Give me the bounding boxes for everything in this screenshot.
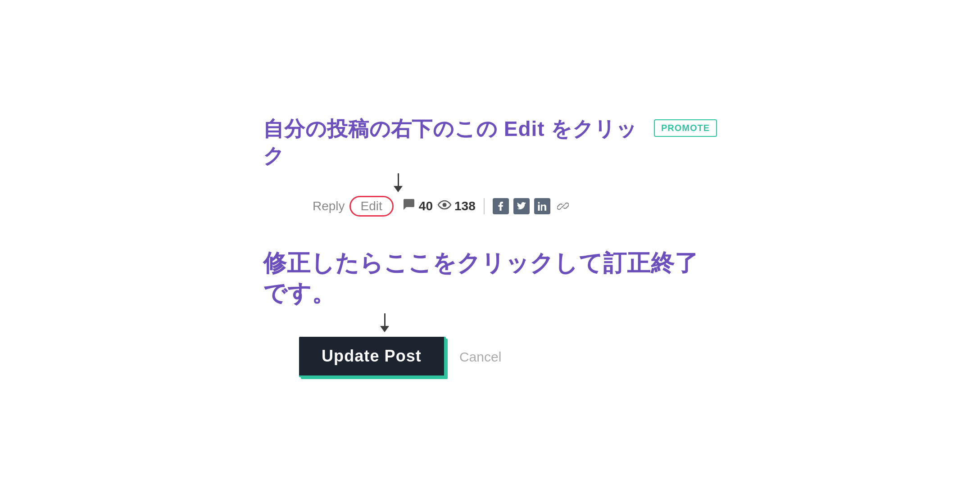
arrow-head — [394, 186, 403, 192]
link-icon[interactable] — [555, 198, 571, 214]
comment-group: 40 — [402, 197, 433, 215]
arrow-head-2 — [380, 326, 389, 332]
edit-button[interactable]: Edit — [349, 196, 394, 217]
comment-icon — [402, 197, 416, 215]
update-post-button[interactable]: Update Post — [299, 337, 446, 377]
arrow-shaft-2 — [384, 313, 386, 326]
comment-count: 40 — [419, 199, 433, 213]
instruction-text-1: 自分の投稿の右下のこの Edit をクリック — [263, 116, 645, 170]
arrow-to-button — [380, 313, 389, 332]
instruction-row: 自分の投稿の右下のこの Edit をクリック PROMOTE — [263, 116, 717, 170]
vertical-divider — [484, 198, 485, 214]
bottom-section: 修正したらここをクリックして訂正終了です。 Update Post Cancel — [263, 248, 717, 377]
view-group: 138 — [437, 199, 476, 213]
facebook-icon[interactable] — [493, 198, 509, 214]
social-icons-group — [493, 198, 571, 214]
linkedin-icon[interactable] — [534, 198, 550, 214]
top-section: 自分の投稿の右下のこの Edit をクリック PROMOTE Reply Edi… — [263, 116, 717, 217]
arrow-shaft — [398, 173, 399, 186]
main-container: 自分の投稿の右下のこの Edit をクリック PROMOTE Reply Edi… — [245, 89, 735, 404]
view-count: 138 — [454, 199, 476, 213]
eye-icon — [437, 199, 452, 213]
svg-point-1 — [443, 203, 447, 207]
button-row: Update Post Cancel — [299, 337, 501, 377]
twitter-icon[interactable] — [513, 198, 530, 214]
arrow-to-edit — [394, 173, 403, 192]
promote-badge[interactable]: PROMOTE — [654, 119, 717, 137]
reply-button[interactable]: Reply — [313, 199, 345, 213]
instruction-text-2: 修正したらここをクリックして訂正終了です。 — [263, 248, 717, 309]
cancel-button[interactable]: Cancel — [459, 349, 501, 365]
action-bar: Reply Edit 40 — [313, 196, 571, 217]
